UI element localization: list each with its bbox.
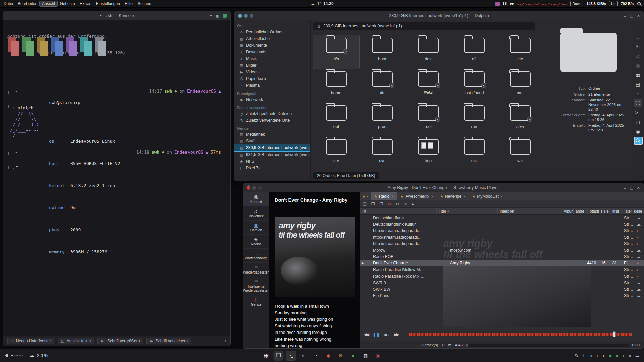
dolphin-tool-button[interactable]: >_	[634, 109, 642, 117]
tray-icon[interactable]: ▭	[635, 353, 639, 358]
dolphin-tool-button[interactable]: ▤	[634, 80, 642, 88]
titlebar-icon[interactable]: ▢	[630, 186, 633, 190]
taskbar-app-icon[interactable]: ◐	[299, 351, 309, 361]
titlebar-icon[interactable]: ✕	[637, 14, 640, 18]
places-entry[interactable]: Geräte	[234, 124, 310, 131]
tray-icon[interactable]: ∧	[629, 353, 631, 358]
toolbar-overflow-icon[interactable]: ›	[225, 339, 226, 343]
playlist-row[interactable]: Deutschlandfunk Kultur Str…	[360, 221, 644, 227]
close-tab-icon[interactable]: ✕	[431, 195, 434, 198]
folder-item[interactable]: lost+found	[451, 69, 497, 103]
folder-item[interactable]: srv	[313, 137, 359, 171]
window-dot-icon[interactable]	[252, 186, 256, 190]
places-entry[interactable]: Zuletzt verwendet	[234, 103, 310, 110]
playlist-tool-icon[interactable]: ▸	[412, 202, 414, 206]
media-next-icon[interactable]: ▶▶	[510, 2, 514, 5]
taskbar-app-icon[interactable]: ▦	[261, 351, 271, 361]
seek-slider[interactable]	[408, 333, 632, 336]
url-navigator[interactable]: ▥ 230,9 GiB Internes Laufwerk (nvme1n1p1…	[313, 22, 535, 30]
sidebar-view-button[interactable]: ≣ Intelligente Wiedergabelisten	[243, 277, 269, 295]
menu-item[interactable]: Suchen	[135, 1, 154, 6]
shuffle-icon[interactable]: ⇄	[448, 343, 451, 347]
places-entry[interactable]: ⌂ Persönlicher Ordner	[234, 28, 310, 35]
places-entry[interactable]: ◷ Zuletzt verwendete Orte	[234, 117, 310, 124]
now-playing-thumbnail[interactable]	[495, 2, 500, 6]
tray-icon[interactable]: ●	[603, 354, 605, 358]
playlist-tab[interactable]: ★ Radio ✕	[371, 192, 397, 200]
window-dot-icon[interactable]	[258, 186, 262, 190]
sidebar-view-button[interactable]: ▣ Dateien	[243, 221, 269, 235]
taskbar-app-icon[interactable]: ☀	[336, 351, 346, 361]
folder-item[interactable]: proc	[359, 103, 405, 137]
tray-icon[interactable]: ✎	[575, 353, 578, 358]
places-entry[interactable]: ◈ NFS	[234, 158, 310, 165]
column-header[interactable]: uelle	[632, 208, 644, 214]
folder-item[interactable]: home	[313, 69, 359, 103]
folder-item[interactable]: mnt	[497, 69, 543, 103]
window-dot-icon[interactable]	[238, 14, 242, 18]
terminal-view[interactable]: Achtung ist größer aus der Entfernung. -…	[3, 20, 230, 336]
folder-item[interactable]: opt	[313, 103, 359, 137]
clock-widget[interactable]: ☁ 1° 14:20	[310, 1, 333, 6]
konsole-toolbar-button[interactable]: ◫ Ansicht teilen	[58, 338, 94, 344]
breadcrumb[interactable]: 230,9 GiB Internes Laufwerk (nvme1n1p1)	[323, 24, 402, 28]
taskbar-app-icon[interactable]: ▥	[361, 351, 371, 361]
dolphin-tool-button[interactable]: →	[634, 34, 642, 42]
places-entry[interactable]: ▦ Arbeitsfläche	[234, 35, 310, 42]
stop-button[interactable]: ■ ▾	[384, 332, 390, 337]
search-icon[interactable]	[637, 2, 641, 5]
konsole-toolbar-button[interactable]: A+ Schrift vergrößern	[97, 338, 143, 344]
playlist-row[interactable]: http://stream.radioparadi… Str…	[360, 228, 644, 234]
titlebar-icon[interactable]	[223, 14, 227, 18]
places-entry[interactable]: ♺ Papierkorb	[234, 75, 310, 82]
playlist-row[interactable]: ▶ Don't Ever Change Amy Rigby 4410… 16 ……	[360, 260, 644, 266]
konsole-toolbar-button[interactable]: ⊞ Neues Unterfenster	[7, 338, 54, 344]
taskbar-app-icon[interactable]: ❒	[274, 351, 284, 361]
chevron-down-icon[interactable]: ▾	[388, 334, 389, 337]
menu-item[interactable]: Ansicht	[40, 1, 57, 6]
titlebar-icon[interactable]: ≡	[624, 14, 626, 18]
dolphin-folder-view[interactable]: ▥ 230,9 GiB Internes Laufwerk (nvme1n1p1…	[311, 20, 545, 181]
playlist-row[interactable]: Deutschlandfunk Str…	[360, 215, 644, 221]
places-entry[interactable]: ▤ Dokumente	[234, 42, 310, 49]
playlist-row[interactable]: Fip Paris Str…	[360, 293, 644, 299]
playlist-tool-icon[interactable]: ❒	[371, 202, 375, 206]
dolphin-tool-button[interactable]: ⓘ	[634, 99, 642, 107]
konsole-titlebar[interactable]: ~ : zsh — Konsole ▾▣	[3, 11, 230, 20]
folder-item[interactable]: usr	[451, 137, 497, 171]
sidebar-view-button[interactable]: ▯ Geräte	[243, 295, 269, 309]
tray-icon[interactable]: ●	[590, 354, 592, 358]
places-entry[interactable]: ♪ Musik	[234, 55, 310, 62]
close-tab-icon[interactable]: ✕	[500, 195, 503, 198]
dolphin-tool-button[interactable]: ←	[634, 24, 642, 32]
folder-item[interactable]: sbin	[497, 103, 543, 137]
sidebar-view-button[interactable]: ≡ Wiedergabelisten	[243, 263, 269, 277]
playlist-row[interactable]: Radio Paradise Mellow M… Str…	[360, 266, 644, 273]
titlebar-icon[interactable]: ▾	[210, 14, 212, 18]
places-entry[interactable]: ▶ Videos	[234, 69, 310, 75]
column-header[interactable]: T#	[360, 208, 437, 214]
sidebar-view-button[interactable]: ◉ Kontext	[243, 192, 269, 206]
playlist-row[interactable]: SWR 3 Str…	[360, 280, 644, 286]
previous-button[interactable]: ◀◀	[364, 332, 368, 337]
sidebar-view-button[interactable]: ♬ Bibliothek	[243, 206, 269, 221]
titlebar-icon[interactable]: ▢	[630, 14, 633, 18]
titlebar-icon[interactable]: ✕	[637, 186, 640, 190]
playlist-row[interactable]: Morow morow.com Str…	[360, 247, 644, 253]
playlist-row[interactable]: Radio BOB Str…	[360, 253, 644, 260]
folder-item[interactable]: sys	[359, 137, 405, 171]
column-header[interactable]: itrat	[610, 208, 623, 214]
close-tab-icon[interactable]: ✕	[463, 195, 466, 198]
folder-item[interactable]: etc	[497, 35, 543, 69]
volume-icon[interactable]	[3, 354, 8, 357]
repeat-icon[interactable]: ↻	[441, 343, 445, 347]
column-header[interactable]: änge	[574, 208, 588, 214]
places-entry[interactable]: ↓ Downloads	[234, 49, 310, 55]
folder-item[interactable]: boot	[359, 35, 405, 69]
strawberry-titlebar[interactable]: Amy Rigby - Don't Ever Change — Strawber…	[243, 183, 644, 192]
seek-slider-handle[interactable]	[613, 331, 616, 337]
taskbar-app-icon[interactable]: ◆	[323, 351, 333, 361]
menu-item[interactable]: Datei	[1, 1, 15, 6]
playlist-tab[interactable]: ★ MyMoodList ✕	[469, 192, 506, 200]
dolphin-tool-button[interactable]: ◫	[634, 118, 642, 126]
